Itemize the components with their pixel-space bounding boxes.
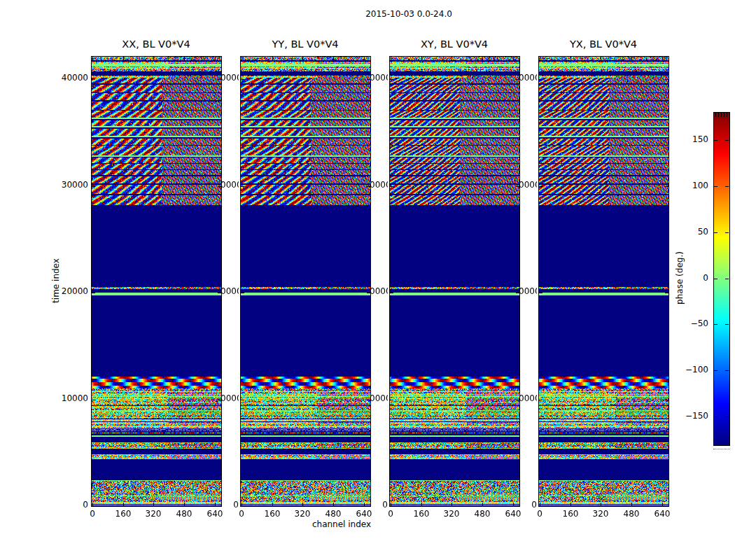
x-tick-label: 480 bbox=[624, 509, 640, 519]
colorbar-tick-label: −100 bbox=[680, 365, 708, 375]
figure-title: 2015-10-03 0.0-24.0 bbox=[365, 9, 452, 19]
x-tick-label: 160 bbox=[414, 509, 430, 519]
x-tick-label: 160 bbox=[563, 509, 579, 519]
subplot-xy: XY, BL V0*V4 bbox=[389, 56, 520, 507]
colorbar-tick-mark bbox=[714, 140, 718, 141]
heatmap-xx bbox=[91, 56, 222, 507]
x-tick-label: 480 bbox=[176, 509, 192, 519]
y-tick-label-clipped: 0000 bbox=[220, 286, 239, 297]
y-tick-label-clipped: 0 bbox=[519, 500, 537, 510]
y-tick-label-clipped: 0000 bbox=[519, 393, 537, 404]
x-tick-label: 320 bbox=[593, 509, 609, 519]
x-axis-label: channel index bbox=[312, 519, 371, 529]
y-tick-label-clipped: 0000 bbox=[519, 73, 537, 83]
x-tick-label: 320 bbox=[146, 509, 162, 519]
subplot-yx: YX, BL V0*V4 bbox=[538, 56, 669, 507]
subplot-title: YX, BL V0*V4 bbox=[570, 38, 637, 50]
colorbar-tick-mark bbox=[725, 370, 729, 371]
x-tick-label: 0 bbox=[239, 509, 244, 519]
colorbar-minor-tick bbox=[715, 113, 716, 117]
y-tick-label: 0 bbox=[59, 500, 88, 510]
colorbar-tick-mark bbox=[714, 416, 718, 417]
colorbar-tick-mark bbox=[725, 140, 729, 141]
y-tick-label-clipped: 0000 bbox=[370, 73, 388, 83]
colorbar-tick-mark bbox=[714, 279, 718, 279]
x-tick-label: 0 bbox=[90, 509, 95, 519]
colorbar-tick-label: 150 bbox=[680, 134, 708, 145]
colorbar-tick-label: 100 bbox=[680, 181, 708, 191]
y-tick-label: 40000 bbox=[59, 73, 88, 83]
x-tick-label: 0 bbox=[388, 509, 393, 519]
colorbar-tick-mark bbox=[714, 232, 718, 233]
subplot-title: XX, BL V0*V4 bbox=[122, 38, 190, 50]
x-tick-label: 160 bbox=[115, 509, 132, 519]
y-tick-label-clipped: 0000 bbox=[220, 180, 239, 190]
y-tick-label-clipped: 0000 bbox=[370, 393, 388, 404]
x-tick-label: 640 bbox=[207, 509, 223, 519]
colorbar-tick-mark bbox=[725, 416, 729, 417]
subplot-xx: XX, BL V0*V4 bbox=[91, 56, 222, 507]
y-tick-label-clipped: 0000 bbox=[220, 393, 239, 404]
colorbar-tick-label: 50 bbox=[680, 227, 708, 237]
colorbar-tick-mark bbox=[714, 324, 718, 325]
subplot-title: XY, BL V0*V4 bbox=[421, 38, 488, 50]
colorbar-bottom-dots bbox=[713, 449, 730, 449]
x-tick-label: 640 bbox=[654, 509, 671, 519]
figure: 2015-10-03 0.0-24.0 time index channel i… bbox=[0, 0, 735, 560]
x-tick-label: 320 bbox=[295, 509, 311, 519]
heatmap-xy bbox=[389, 56, 520, 507]
colorbar-minor-tick bbox=[721, 113, 722, 117]
colorbar-tick-mark bbox=[714, 186, 718, 187]
y-tick-label-clipped: 0 bbox=[370, 500, 388, 510]
heatmap-yx bbox=[538, 56, 669, 507]
colorbar-tick-mark bbox=[725, 324, 729, 325]
colorbar bbox=[713, 112, 730, 446]
x-tick-label: 480 bbox=[475, 509, 491, 519]
colorbar-minor-tick bbox=[718, 113, 719, 117]
colorbar-tick-mark bbox=[725, 279, 729, 279]
y-tick-label-clipped: 0000 bbox=[370, 180, 388, 190]
y-tick-label: 30000 bbox=[59, 180, 88, 190]
colorbar-tick-mark bbox=[714, 370, 718, 371]
y-tick-label-clipped: 0000 bbox=[519, 180, 537, 190]
x-tick-label: 640 bbox=[356, 509, 372, 519]
heatmap-yy bbox=[240, 56, 371, 507]
colorbar-tick-label: −50 bbox=[680, 318, 708, 329]
y-tick-label-clipped: 0000 bbox=[220, 73, 239, 83]
subplot-title: YY, BL V0*V4 bbox=[272, 38, 338, 50]
colorbar-tick-label: −150 bbox=[680, 411, 708, 421]
colorbar-tick-label: 0 bbox=[680, 273, 708, 284]
colorbar-tick-mark bbox=[725, 232, 729, 233]
x-tick-label: 160 bbox=[265, 509, 281, 519]
x-tick-label: 0 bbox=[537, 509, 542, 519]
y-tick-label-clipped: 0 bbox=[220, 500, 239, 510]
colorbar-minor-tick bbox=[724, 113, 724, 117]
y-tick-label: 10000 bbox=[59, 393, 88, 404]
colorbar-tick-mark bbox=[725, 186, 729, 187]
x-tick-label: 320 bbox=[444, 509, 460, 519]
colorbar-minor-tick bbox=[727, 113, 727, 117]
y-tick-label-clipped: 0000 bbox=[519, 286, 537, 297]
x-tick-label: 480 bbox=[326, 509, 342, 519]
subplot-yy: YY, BL V0*V4 bbox=[240, 56, 371, 507]
x-tick-label: 640 bbox=[505, 509, 522, 519]
y-tick-label-clipped: 0000 bbox=[370, 286, 388, 297]
y-tick-label: 20000 bbox=[59, 286, 88, 297]
